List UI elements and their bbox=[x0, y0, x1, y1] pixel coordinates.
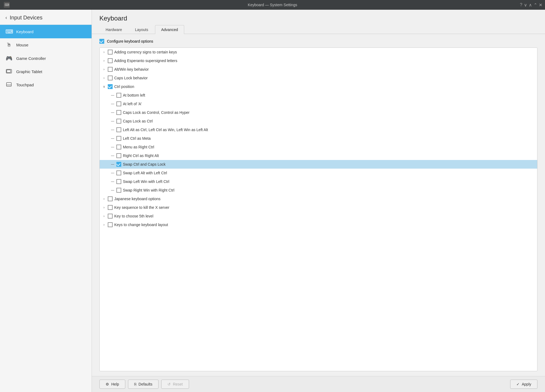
change-layout-label: Keys to change keyboard layout bbox=[114, 223, 535, 227]
svg-rect-1 bbox=[7, 70, 11, 73]
tree-item-kill-server[interactable]: › Key sequence to kill the X server bbox=[100, 203, 537, 212]
currency-checkbox[interactable] bbox=[108, 50, 113, 54]
tree-item-bottom-left[interactable]: — At bottom left bbox=[100, 91, 537, 100]
content-area: Keyboard Hardware Layouts Advanced Confi… bbox=[92, 10, 545, 392]
tree-item-left-of-a[interactable]: — At left of 'A' bbox=[100, 100, 537, 108]
apply-button[interactable]: ✓ Apply bbox=[510, 380, 537, 389]
configure-label: Configure keyboard options bbox=[107, 39, 153, 43]
sidebar-item-mouse-label: Mouse bbox=[16, 43, 28, 47]
page-title: Keyboard bbox=[92, 10, 545, 25]
tablet-icon bbox=[5, 69, 12, 75]
esperanto-checkbox[interactable] bbox=[108, 58, 113, 63]
sidebar-item-game-controller-label: Game Controller bbox=[16, 56, 46, 61]
tree-item-currency[interactable]: › Adding currency signs to certain keys bbox=[100, 48, 537, 56]
left-ctrl-meta-label: Left Ctrl as Meta bbox=[123, 136, 535, 141]
tree-item-japanese[interactable]: › Japanese keyboard options bbox=[100, 195, 537, 203]
sidebar-item-touchpad[interactable]: Touchpad bbox=[0, 78, 92, 91]
left-alt-ctrl-checkbox[interactable] bbox=[116, 127, 121, 132]
tree-item-change-layout[interactable]: › Keys to change keyboard layout bbox=[100, 220, 537, 229]
expand-icon: — bbox=[110, 128, 115, 132]
help-icon[interactable]: ? bbox=[520, 2, 522, 7]
swap-left-win-ctrl-checkbox[interactable] bbox=[116, 179, 121, 184]
expand-icon: › bbox=[102, 59, 106, 63]
tree-item-5th-level[interactable]: › Key to choose 5th level bbox=[100, 212, 537, 220]
ctrlpos-label: Ctrl position bbox=[114, 84, 535, 89]
sidebar-item-mouse[interactable]: 🖱 Mouse bbox=[0, 38, 92, 52]
kill-server-label: Key sequence to kill the X server bbox=[114, 205, 535, 210]
sidebar-item-keyboard-label: Keyboard bbox=[16, 29, 33, 34]
left-alt-ctrl-label: Left Alt as Ctrl, Left Ctrl as Win, Left… bbox=[123, 128, 535, 132]
back-arrow-icon[interactable]: ‹ bbox=[5, 15, 7, 21]
tree-item-ctrlpos[interactable]: ∨ Ctrl position bbox=[100, 82, 537, 91]
sidebar-item-keyboard[interactable]: ⌨ Keyboard bbox=[0, 25, 92, 38]
right-ctrl-alt-checkbox[interactable] bbox=[116, 153, 121, 158]
main-layout: ‹ Input Devices ⌨ Keyboard 🖱 Mouse 🎮 Gam… bbox=[0, 10, 545, 392]
help-button[interactable]: ⚙ Help bbox=[99, 380, 125, 389]
sidebar-title: Input Devices bbox=[10, 15, 42, 21]
sidebar-item-graphic-tablet[interactable]: Graphic Tablet bbox=[0, 65, 92, 78]
sidebar-item-game-controller[interactable]: 🎮 Game Controller bbox=[0, 52, 92, 65]
tree-item-swap-ctrl-caps[interactable]: — Swap Ctrl and Caps Lock bbox=[100, 160, 537, 169]
capslock-label: Caps Lock behavior bbox=[114, 76, 535, 80]
left-ctrl-meta-checkbox[interactable] bbox=[116, 136, 121, 141]
tree-item-capslock-as-ctrl-hyper[interactable]: — Caps Lock as Control, Control as Hyper bbox=[100, 108, 537, 117]
expand-icon: — bbox=[110, 102, 115, 106]
configure-header: Configure keyboard options bbox=[99, 39, 537, 44]
defaults-icon: ⎘ bbox=[134, 382, 136, 386]
reset-button[interactable]: ↺ Reset bbox=[161, 380, 189, 389]
swap-ctrl-caps-checkbox[interactable] bbox=[116, 162, 121, 167]
mouse-icon: 🖱 bbox=[5, 42, 12, 48]
altwin-checkbox[interactable] bbox=[108, 67, 113, 72]
swap-right-win-ctrl-label: Swap Right Win with Right Ctrl bbox=[123, 188, 535, 192]
tree-item-swap-left-win-ctrl[interactable]: — Swap Left Win with Left Ctrl bbox=[100, 177, 537, 186]
tree-item-swap-left-alt-ctrl[interactable]: — Swap Left Alt with Left Ctrl bbox=[100, 169, 537, 177]
touchpad-icon bbox=[5, 82, 12, 88]
left-of-a-checkbox[interactable] bbox=[116, 101, 121, 106]
maximize-icon[interactable]: ∧ bbox=[529, 2, 532, 8]
5th-level-checkbox[interactable] bbox=[108, 214, 113, 219]
japanese-checkbox[interactable] bbox=[108, 196, 113, 201]
ctrlpos-checkbox[interactable] bbox=[108, 84, 113, 89]
tab-layouts[interactable]: Layouts bbox=[129, 25, 154, 34]
swap-right-win-ctrl-checkbox[interactable] bbox=[116, 188, 121, 193]
bottom-left-checkbox[interactable] bbox=[116, 93, 121, 98]
capslock-checkbox[interactable] bbox=[108, 76, 113, 80]
tree-item-esperanto[interactable]: › Adding Esperanto supersigned letters bbox=[100, 56, 537, 65]
expand-icon: › bbox=[102, 214, 106, 218]
expand-icon: › bbox=[102, 197, 106, 201]
tree-item-left-ctrl-meta[interactable]: — Left Ctrl as Meta bbox=[100, 134, 537, 143]
tree-item-capslock[interactable]: › Caps Lock behavior bbox=[100, 74, 537, 82]
capslock-ctrl-checkbox[interactable] bbox=[116, 119, 121, 124]
capslock-ctrl-hyper-checkbox[interactable] bbox=[116, 110, 121, 115]
expand-icon: › bbox=[102, 206, 106, 209]
close-icon[interactable]: ✕ bbox=[539, 2, 542, 8]
menu-right-ctrl-checkbox[interactable] bbox=[116, 145, 121, 149]
expand-icon: — bbox=[110, 119, 115, 123]
swap-left-alt-ctrl-checkbox[interactable] bbox=[116, 171, 121, 175]
tree-item-menu-right-ctrl[interactable]: — Menu as Right Ctrl bbox=[100, 143, 537, 151]
expand-icon: — bbox=[110, 162, 115, 166]
change-layout-checkbox[interactable] bbox=[108, 222, 113, 227]
expand-icon: › bbox=[102, 223, 106, 227]
sidebar-header[interactable]: ‹ Input Devices bbox=[0, 10, 92, 25]
tree-item-swap-right-win-ctrl[interactable]: — Swap Right Win with Right Ctrl bbox=[100, 186, 537, 195]
sidebar-item-touchpad-label: Touchpad bbox=[16, 83, 34, 87]
window-title: Keyboard — System Settings bbox=[248, 3, 297, 7]
menu-right-ctrl-label: Menu as Right Ctrl bbox=[123, 145, 535, 149]
tab-advanced[interactable]: Advanced bbox=[155, 25, 184, 34]
gamepad-icon: 🎮 bbox=[5, 55, 12, 62]
minimize-arrow-icon[interactable]: ∨ bbox=[524, 2, 527, 8]
tab-bar: Hardware Layouts Advanced bbox=[92, 25, 545, 34]
tree-item-capslock-as-ctrl[interactable]: — Caps Lock as Ctrl bbox=[100, 117, 537, 125]
esperanto-label: Adding Esperanto supersigned letters bbox=[114, 59, 535, 63]
expand-icon: › bbox=[102, 67, 106, 71]
restore-icon[interactable]: ⌃ bbox=[534, 2, 537, 8]
defaults-button[interactable]: ⎘ Defaults bbox=[128, 380, 159, 389]
tree-item-right-ctrl-alt[interactable]: — Right Ctrl as Right Alt bbox=[100, 151, 537, 160]
tab-hardware[interactable]: Hardware bbox=[99, 25, 128, 34]
tree-item-altwin[interactable]: › Alt/Win key behavior bbox=[100, 65, 537, 74]
tree-item-left-alt-ctrl[interactable]: — Left Alt as Ctrl, Left Ctrl as Win, Le… bbox=[100, 125, 537, 134]
configure-checkbox[interactable] bbox=[99, 39, 104, 44]
apply-checkmark-icon: ✓ bbox=[516, 382, 520, 386]
kill-server-checkbox[interactable] bbox=[108, 205, 113, 210]
